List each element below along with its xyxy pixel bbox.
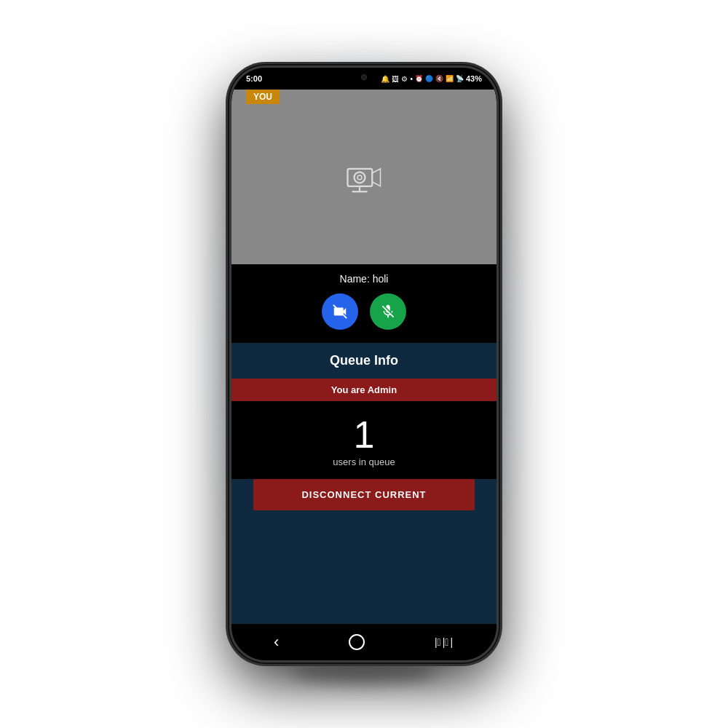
phone-frame: 5:00 🔔 🖼 ⚙ • ⏰ 🔵 🔇 📶 📡 43% [229,66,499,662]
disconnect-current-button[interactable]: DISCONNECT CURRENT [253,479,475,510]
status-bar: 5:00 🔔 🖼 ⚙ • ⏰ 🔵 🔇 📶 📡 43% [232,68,496,90]
media-icon: 🖼 [392,75,399,83]
queue-count-area: 1 users in queue [232,401,496,479]
camera-placeholder-icon [342,155,386,199]
controls-row [232,293,496,330]
bluetooth-icon: 🔵 [425,75,433,82]
back-button[interactable]: ‹ [259,627,293,657]
svg-marker-3 [372,169,380,186]
notification-icon: 🔔 [381,75,389,83]
home-button[interactable] [349,634,365,650]
queue-title: Queue Info [330,353,398,368]
video-toggle-button[interactable] [322,293,358,330]
recents-button[interactable]: |⃒|⃒| [420,630,469,654]
queue-section: Queue Info You are Admin 1 users in queu… [232,343,496,624]
bottom-nav: ‹ |⃒|⃒| [232,624,496,660]
mic-toggle-button[interactable] [370,293,406,330]
alarm-icon: ⏰ [415,75,423,82]
signal-icon: 📡 [456,75,464,82]
settings-icon: ⚙ [401,75,408,83]
svg-point-2 [357,175,362,180]
info-area: Name: holi [232,264,496,343]
mute-icon: 🔇 [435,75,443,82]
device-name: Name: holi [232,273,496,285]
queue-count-label: users in queue [333,456,395,467]
queue-count: 1 [354,416,375,454]
video-area [232,90,496,264]
status-time: 5:00 [246,74,262,83]
admin-badge: You are Admin [232,379,496,401]
svg-point-1 [355,172,365,183]
dot-icon: • [410,75,413,83]
mic-off-icon [380,304,396,320]
battery-text: 43% [466,74,482,83]
queue-header: Queue Info [232,343,496,379]
status-icons: 🔔 🖼 ⚙ • ⏰ 🔵 🔇 📶 📡 43% [381,74,482,83]
you-label: YOU [246,90,280,104]
screen: 5:00 🔔 🖼 ⚙ • ⏰ 🔵 🔇 📶 📡 43% [232,68,496,660]
wifi-icon: 📶 [446,75,454,82]
video-off-icon [332,304,348,320]
admin-text: You are Admin [331,384,397,395]
front-camera [361,74,367,80]
